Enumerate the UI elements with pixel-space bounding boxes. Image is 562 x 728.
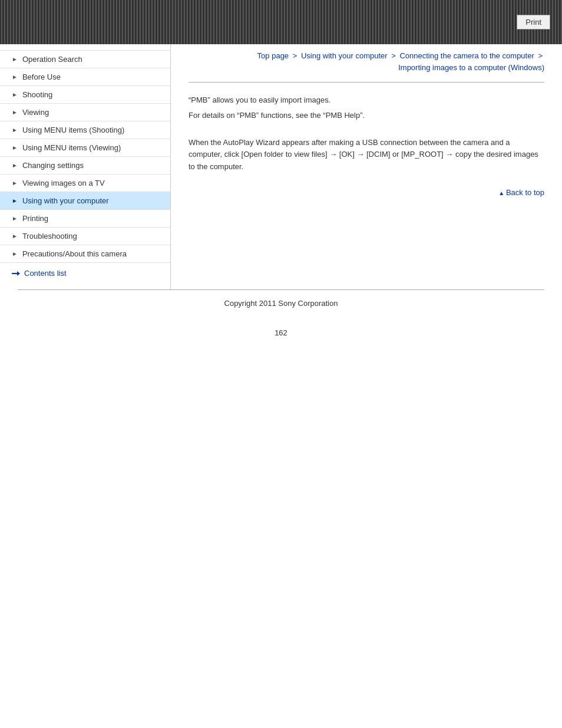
breadcrumb-top-page[interactable]: Top page <box>257 51 289 60</box>
sidebar-item-using-computer[interactable]: ► Using with your computer <box>0 192 170 210</box>
header-bar: Print <box>0 0 562 44</box>
sidebar-label-menu-shooting: Using MENU items (Shooting) <box>22 126 124 134</box>
page-number-value: 162 <box>275 328 287 337</box>
sidebar-label-printing: Printing <box>22 214 48 223</box>
breadcrumb-using[interactable]: Using with your computer <box>301 51 388 60</box>
footer-copyright: Copyright 2011 Sony Corporation <box>224 299 338 308</box>
sidebar-label-changing-settings: Changing settings <box>22 161 84 170</box>
breadcrumb-sep3: > <box>536 51 543 60</box>
sidebar-label-precautions: Precautions/About this camera <box>22 249 127 258</box>
content-section-2: When the AutoPlay Wizard appears after m… <box>189 137 544 173</box>
sidebar-item-precautions[interactable]: ► Precautions/About this camera <box>0 245 170 263</box>
content-line-1: “PMB” allows you to easily import images… <box>189 94 544 107</box>
sidebar-item-operation-search[interactable]: ► Operation Search <box>0 50 170 68</box>
sidebar-label-shooting: Shooting <box>22 90 52 99</box>
arrow-icon-troubleshooting: ► <box>12 233 18 239</box>
sidebar-label-viewing-tv: Viewing images on a TV <box>22 179 105 187</box>
contents-link-row: Contents list <box>0 263 170 284</box>
breadcrumb-sep1: > <box>290 51 299 60</box>
sidebar-item-troubleshooting[interactable]: ► Troubleshooting <box>0 228 170 245</box>
sidebar-label-troubleshooting: Troubleshooting <box>22 232 77 241</box>
contents-link-arrow-icon <box>12 271 21 276</box>
breadcrumb-connecting[interactable]: Connecting the camera to the computer <box>399 51 534 60</box>
arrow-icon-operation-search: ► <box>12 56 18 62</box>
arrow-icon-using-computer: ► <box>12 197 18 204</box>
sidebar-label-viewing: Viewing <box>22 108 49 117</box>
arrow-icon-menu-viewing: ► <box>12 144 18 151</box>
content-divider-top <box>189 82 544 83</box>
sidebar: ► Operation Search ► Before Use ► Shooti… <box>0 44 171 289</box>
sidebar-item-using-menu-viewing[interactable]: ► Using MENU items (Viewing) <box>0 139 170 157</box>
content-section-1: “PMB” allows you to easily import images… <box>189 94 544 122</box>
breadcrumb: Top page > Using with your computer > Co… <box>189 50 544 73</box>
back-to-top-row: Back to top <box>189 188 544 197</box>
back-to-top-link[interactable]: Back to top <box>498 188 544 197</box>
content-autoplay-text: When the AutoPlay Wizard appears after m… <box>189 137 544 173</box>
arrow-icon-menu-shooting: ► <box>12 127 18 133</box>
arrow-icon-shooting: ► <box>12 91 18 98</box>
breadcrumb-importing[interactable]: Importing images to a computer (Windows) <box>398 63 544 72</box>
print-button[interactable]: Print <box>517 15 550 29</box>
main-container: ► Operation Search ► Before Use ► Shooti… <box>0 44 562 289</box>
sidebar-label-before-use: Before Use <box>22 73 61 81</box>
arrow-icon-viewing: ► <box>12 109 18 116</box>
sidebar-item-printing[interactable]: ► Printing <box>0 210 170 228</box>
arrow-icon-changing-settings: ► <box>12 162 18 169</box>
sidebar-label-operation-search: Operation Search <box>22 55 82 64</box>
arrow-icon-printing: ► <box>12 215 18 222</box>
sidebar-item-changing-settings[interactable]: ► Changing settings <box>0 157 170 174</box>
breadcrumb-sep2: > <box>389 51 398 60</box>
sidebar-item-viewing[interactable]: ► Viewing <box>0 104 170 121</box>
sidebar-item-before-use[interactable]: ► Before Use <box>0 68 170 86</box>
content-line-2: For details on “PMB” functions, see the … <box>189 110 544 122</box>
sidebar-label-using-computer: Using with your computer <box>22 196 109 205</box>
contents-link-label: Contents list <box>24 269 67 278</box>
arrow-icon-viewing-tv: ► <box>12 180 18 186</box>
sidebar-item-viewing-tv[interactable]: ► Viewing images on a TV <box>0 174 170 192</box>
sidebar-label-menu-viewing: Using MENU items (Viewing) <box>22 143 121 152</box>
arrow-icon-precautions: ► <box>12 251 18 257</box>
footer: Copyright 2011 Sony Corporation <box>0 290 562 317</box>
arrow-icon-before-use: ► <box>12 74 18 80</box>
page-number: 162 <box>0 317 562 349</box>
sidebar-item-shooting[interactable]: ► Shooting <box>0 86 170 104</box>
contents-link[interactable]: Contents list <box>12 269 67 278</box>
sidebar-item-using-menu-shooting[interactable]: ► Using MENU items (Shooting) <box>0 121 170 139</box>
content-area: Top page > Using with your computer > Co… <box>171 44 562 289</box>
